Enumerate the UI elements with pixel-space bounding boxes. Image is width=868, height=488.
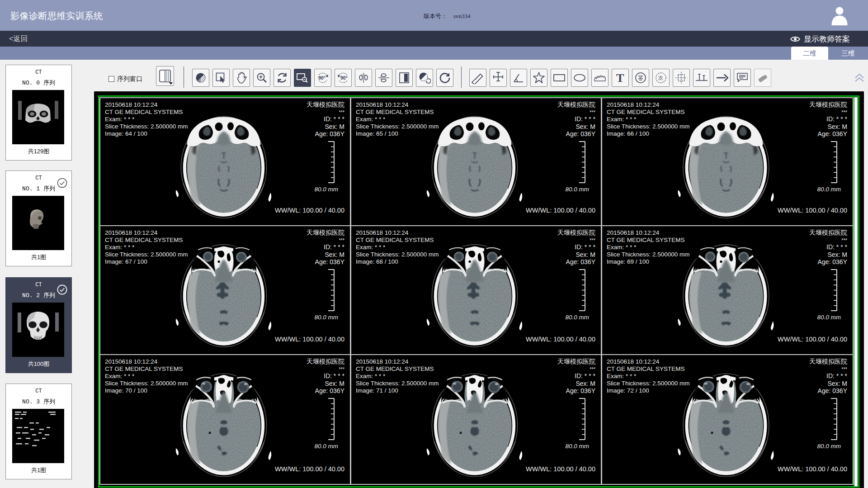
svg-text:90°: 90° <box>340 75 348 81</box>
svg-text:次: 次 <box>658 75 663 81</box>
svg-text:90°: 90° <box>318 75 326 81</box>
svg-text:T: T <box>616 72 624 84</box>
